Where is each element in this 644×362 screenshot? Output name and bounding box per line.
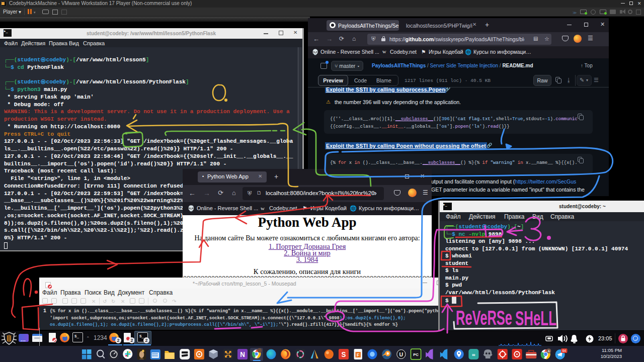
svg-text:ReVeRSe: ReVeRSe xyxy=(456,307,512,329)
svg-text:SHeLL: SHeLL xyxy=(515,307,556,329)
